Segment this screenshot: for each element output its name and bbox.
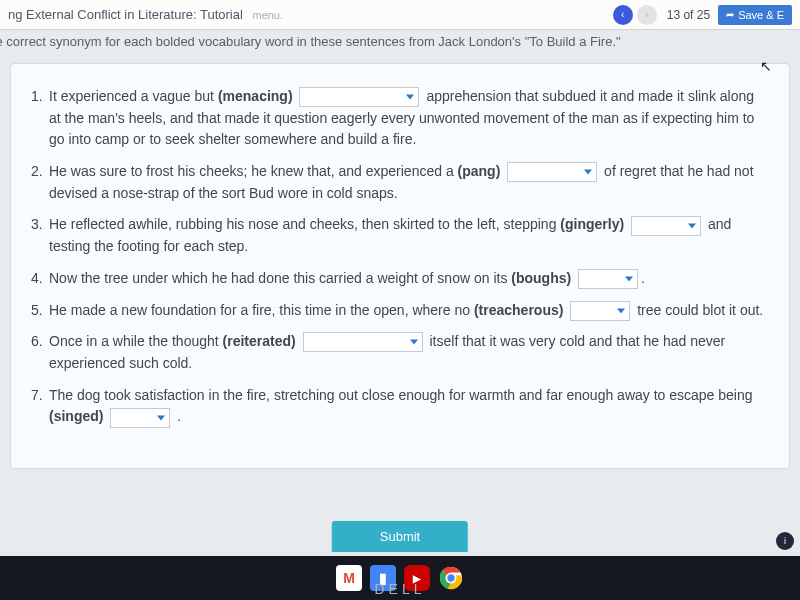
vocab-bold: (reiterated) [223,333,296,349]
question-number: 4. [31,268,43,290]
chevron-down-icon [410,340,418,345]
vocab-bold: (boughs) [511,270,571,286]
chevron-down-icon [688,223,696,228]
exit-icon: ➦ [726,9,734,20]
save-exit-button[interactable]: ➦ Save & E [718,5,792,25]
question-number: 6. [31,331,43,353]
question-number: 5. [31,300,43,322]
chevron-down-icon [157,415,165,420]
submit-button[interactable]: Submit [332,521,468,552]
question-text-pre: Once in a while the thought [49,333,223,349]
question-list: 1. It experienced a vague but (menacing)… [31,86,769,428]
question-text-pre: It experienced a vague but [49,88,218,104]
answer-dropdown[interactable] [507,162,597,182]
question-card: 1. It experienced a vague but (menacing)… [10,63,790,469]
question-item: 5. He made a new foundation for a fire, … [31,300,769,322]
tray-indicator[interactable]: i [776,532,794,550]
top-bar: ng External Conflict in Literature: Tuto… [0,0,800,30]
question-text-pre: He made a new foundation for a fire, thi… [49,302,474,318]
question-item: 7. The dog took satisfaction in the fire… [31,385,769,428]
question-item: 2. He was sure to frost his cheeks; he k… [31,161,769,204]
answer-dropdown[interactable] [631,216,701,236]
chevron-down-icon [406,95,414,100]
page-title: ng External Conflict in Literature: Tuto… [8,7,243,22]
question-number: 7. [31,385,43,407]
page-counter: 13 of 25 [667,8,710,22]
chevron-down-icon [625,277,633,282]
question-text-pre: He was sure to frost his cheeks; he knew… [49,163,458,179]
save-label: Save & E [738,9,784,21]
question-text-pre: The dog took satisfaction in the fire, s… [49,387,753,403]
taskbar: M ▮ ▶ [0,556,800,600]
submit-wrap: Submit [332,521,468,552]
page-title-area: ng External Conflict in Literature: Tuto… [8,7,611,22]
question-item: 6. Once in a while the thought (reiterat… [31,331,769,374]
mouse-cursor-icon: ↖ [760,58,772,74]
question-text-post: tree could blot it out. [637,302,763,318]
gmail-icon[interactable]: M [336,565,362,591]
nav-prev-button[interactable]: ‹ [613,5,633,25]
question-item: 3. He reflected awhile, rubbing his nose… [31,214,769,257]
vocab-bold: (pang) [458,163,501,179]
menu-hint: menu. [252,9,283,21]
nav-next-button[interactable]: › [637,5,657,25]
question-text-post: . [641,270,645,286]
question-item: 4. Now the tree under which he had done … [31,268,769,290]
answer-dropdown[interactable] [299,87,419,107]
question-text-pre: He reflected awhile, rubbing his nose an… [49,216,560,232]
chevron-down-icon [584,170,592,175]
question-text-pre: Now the tree under which he had done thi… [49,270,511,286]
answer-dropdown[interactable] [570,301,630,321]
question-number: 3. [31,214,43,236]
answer-dropdown[interactable] [303,332,423,352]
answer-dropdown[interactable] [578,269,638,289]
docs-icon[interactable]: ▮ [370,565,396,591]
question-item: 1. It experienced a vague but (menacing)… [31,86,769,151]
question-text-post: . [177,408,181,424]
vocab-bold: (menacing) [218,88,293,104]
vocab-bold: (singed) [49,408,103,424]
answer-dropdown[interactable] [110,408,170,428]
question-number: 1. [31,86,43,108]
question-number: 2. [31,161,43,183]
vocab-bold: (treacherous) [474,302,563,318]
chrome-icon[interactable] [438,565,464,591]
vocab-bold: (gingerly) [560,216,624,232]
instruction-text: ose the correct synonym for each bolded … [0,30,800,55]
youtube-icon[interactable]: ▶ [404,565,430,591]
chevron-down-icon [617,308,625,313]
